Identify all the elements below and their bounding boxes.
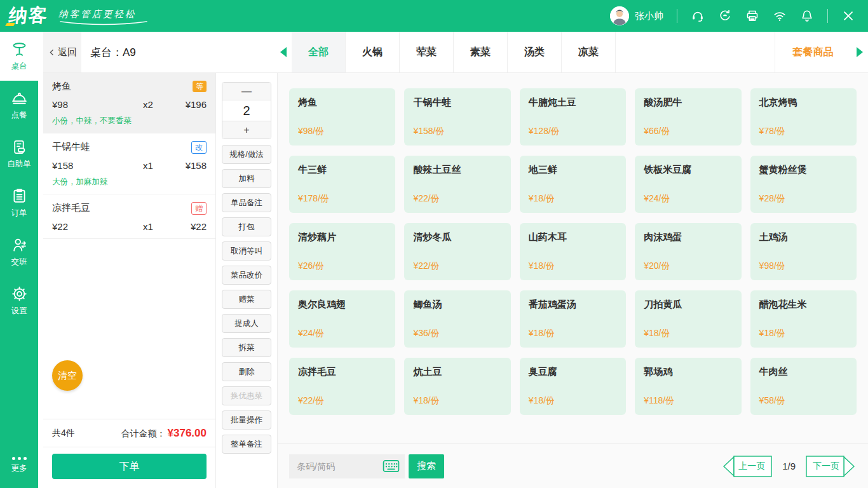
- avatar[interactable]: [610, 6, 629, 25]
- menu-item-card[interactable]: 地三鲜¥18/份: [520, 156, 626, 213]
- tabs-scroll-left-button[interactable]: [275, 32, 292, 72]
- place-order-button[interactable]: 下单: [52, 454, 207, 479]
- topbar: 纳客 纳客管店更轻松 张小帅: [0, 0, 868, 32]
- change-price-button[interactable]: 菜品改价: [222, 266, 271, 285]
- menu-item-card[interactable]: 牛肉丝¥58/份: [750, 358, 857, 415]
- item-remark-button[interactable]: 单品备注: [222, 193, 271, 212]
- menu-item-card[interactable]: 酸汤肥牛¥66/份: [635, 88, 741, 146]
- menu-item-card[interactable]: 郭场鸡¥118/份: [635, 358, 741, 415]
- qty-minus-button[interactable]: —: [222, 83, 271, 100]
- triangle-left-icon: [280, 47, 287, 57]
- sidebar-item-order-food[interactable]: 点餐: [0, 81, 38, 130]
- menu-item-card[interactable]: 北京烤鸭¥78/份: [750, 88, 857, 146]
- customer-service-button[interactable]: [691, 9, 705, 23]
- notifications-button[interactable]: [800, 9, 814, 23]
- tab-soup[interactable]: 汤类: [508, 32, 562, 72]
- wifi-button[interactable]: [773, 9, 787, 23]
- menu-item-card[interactable]: 铁板米豆腐¥24/份: [635, 156, 741, 213]
- order-item[interactable]: 干锅牛蛙 改 ¥158 x1 ¥158 大份，加麻加辣: [43, 133, 215, 194]
- qty-plus-button[interactable]: +: [222, 121, 271, 139]
- tab-hotpot[interactable]: 火锅: [346, 32, 400, 72]
- next-page-button[interactable]: 下一页: [806, 456, 855, 477]
- sidebar-item-orders[interactable]: 订单: [0, 179, 38, 227]
- menu-item-card[interactable]: 牛腩炖土豆¥128/份: [520, 88, 626, 146]
- barcode-search-box: [289, 454, 405, 478]
- wifi-icon: [773, 9, 787, 23]
- table-icon: [11, 41, 28, 58]
- printer-button[interactable]: [745, 9, 759, 23]
- bell-icon: [800, 9, 814, 23]
- logo-accent: [5, 23, 15, 26]
- close-icon: [841, 9, 855, 23]
- menu-item-card[interactable]: 土鸡汤¥98/份: [750, 223, 857, 280]
- search-button[interactable]: 搜索: [409, 454, 444, 478]
- menu-item-card[interactable]: 蟹黄粉丝煲¥28/份: [750, 156, 857, 213]
- menu-item-card[interactable]: 肉沫鸡蛋¥20/份: [635, 223, 741, 280]
- clipboard-icon: [11, 187, 28, 205]
- order-item-note: 大份，加麻加辣: [52, 177, 207, 187]
- menu-item-card[interactable]: 烤鱼¥98/份: [289, 88, 395, 146]
- cloud-sync-button[interactable]: [718, 9, 732, 23]
- menu-item-card[interactable]: 番茄鸡蛋汤¥18/份: [520, 290, 626, 348]
- sidebar-item-more[interactable]: 更多: [0, 442, 38, 488]
- topbar-divider: [827, 9, 828, 23]
- combo-products-button[interactable]: 套餐商品: [775, 32, 851, 72]
- barcode-search-input[interactable]: [297, 461, 383, 471]
- menu-item-card[interactable]: 醋泡花生米¥18/份: [750, 290, 857, 348]
- order-item-list: 烤鱼 等 ¥98 x2 ¥196 小份，中辣，不要香菜: [43, 73, 215, 419]
- sidebar-item-settings[interactable]: 设置: [0, 276, 38, 325]
- on-screen-keyboard-button[interactable]: [383, 459, 400, 473]
- commission-person-button[interactable]: 提成人: [222, 314, 271, 333]
- menu-item-card[interactable]: 山药木耳¥18/份: [520, 223, 626, 280]
- order-item-price: ¥22: [52, 221, 134, 232]
- sidebar-item-shift-change[interactable]: 交班: [0, 227, 38, 276]
- action-strip: — 2 + 规格/做法 加料 单品备注 打包 取消等叫 菜品改价 赠菜 提成人 …: [216, 73, 278, 488]
- topbar-divider: [677, 9, 677, 23]
- sidebar-item-self-order[interactable]: 自助单: [0, 130, 38, 179]
- menu-item-card[interactable]: 臭豆腐¥18/份: [520, 358, 626, 415]
- cancel-wait-call-button[interactable]: 取消等叫: [222, 241, 271, 261]
- back-button[interactable]: 返回: [43, 32, 81, 72]
- triangle-right-icon: [857, 47, 863, 57]
- status-badge-modified: 改: [191, 141, 207, 154]
- close-button[interactable]: [841, 9, 855, 23]
- order-item-name: 凉拌毛豆: [52, 202, 90, 214]
- menu-grid: 烤鱼¥98/份 干锅牛蛙¥158/份 牛腩炖土豆¥128/份 酸汤肥牛¥66/份…: [278, 73, 868, 415]
- batch-operation-button[interactable]: 批量操作: [222, 410, 271, 430]
- order-item-price: ¥98: [52, 99, 134, 110]
- tabs-spacer: [616, 32, 775, 72]
- gift-dish-button[interactable]: 赠菜: [222, 290, 271, 309]
- tab-cold-dish[interactable]: 凉菜: [562, 32, 616, 72]
- cloche-icon: [11, 90, 28, 107]
- order-item[interactable]: 烤鱼 等 ¥98 x2 ¥196 小份，中辣，不要香菜: [43, 73, 215, 133]
- order-item-note: 小份，中辣，不要香菜: [52, 116, 207, 126]
- menu-item-card[interactable]: 鲫鱼汤¥36/份: [404, 290, 510, 348]
- takeout-pack-button[interactable]: 打包: [222, 217, 271, 236]
- tab-all[interactable]: 全部: [292, 32, 346, 72]
- split-dish-button[interactable]: 拆菜: [222, 338, 271, 357]
- order-item-qty: x2: [134, 99, 162, 110]
- tab-vegetable[interactable]: 素菜: [454, 32, 508, 72]
- menu-item-card[interactable]: 清炒藕片¥26/份: [289, 223, 395, 280]
- prev-page-button[interactable]: 上一页: [722, 456, 772, 477]
- order-item-total: ¥22: [162, 221, 207, 232]
- add-ingredient-button[interactable]: 加料: [222, 169, 271, 188]
- whole-order-remark-button[interactable]: 整单备注: [222, 435, 271, 454]
- menu-item-card[interactable]: 干锅牛蛙¥158/份: [404, 88, 510, 146]
- user-name: 张小帅: [635, 10, 663, 22]
- delete-item-button[interactable]: 删除: [222, 362, 271, 381]
- menu-item-card[interactable]: 凉拌毛豆¥22/份: [289, 358, 395, 415]
- tabs-scroll-right-button[interactable]: [851, 32, 868, 72]
- clear-order-button[interactable]: 清空: [52, 360, 83, 391]
- spec-method-button[interactable]: 规格/做法: [222, 145, 271, 164]
- menu-item-card[interactable]: 刀拍黄瓜¥18/份: [635, 290, 741, 348]
- sidebar-item-tables[interactable]: 桌台: [0, 32, 38, 81]
- menu-item-card[interactable]: 奥尔良鸡翅¥24/份: [289, 290, 395, 348]
- menu-item-card[interactable]: 酸辣土豆丝¥22/份: [404, 156, 510, 213]
- order-item[interactable]: 凉拌毛豆 赠 ¥22 x1 ¥22: [43, 194, 215, 239]
- menu-item-card[interactable]: 牛三鲜¥178/份: [289, 156, 395, 213]
- menu-item-card[interactable]: 清炒冬瓜¥22/份: [404, 223, 510, 280]
- order-item-price: ¥158: [52, 160, 134, 171]
- tab-meat[interactable]: 荤菜: [400, 32, 454, 72]
- menu-item-card[interactable]: 炕土豆¥18/份: [404, 358, 510, 415]
